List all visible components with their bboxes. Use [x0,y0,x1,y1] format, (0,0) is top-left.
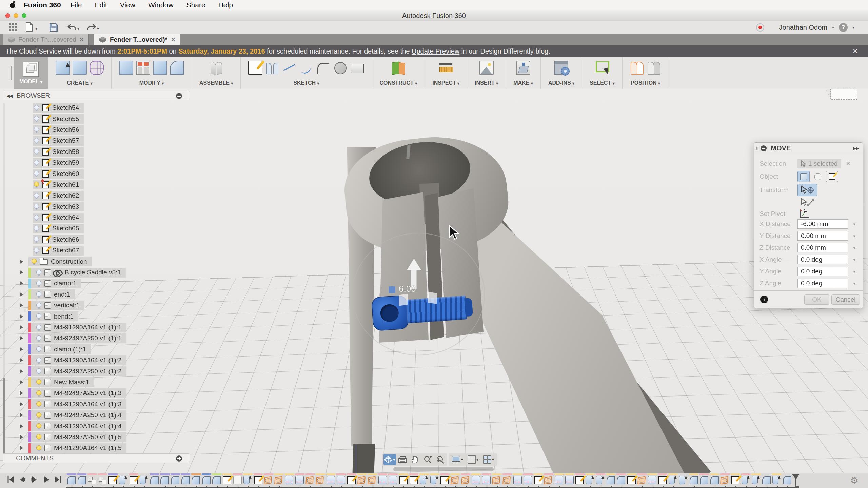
timeline-feature-icon[interactable] [752,476,758,484]
app-grid-icon[interactable] [9,23,18,32]
timeline-feature[interactable] [637,473,648,488]
visibility-bulb-icon[interactable] [36,412,41,418]
ribbon-section-label[interactable]: INSERT ▾ [475,80,498,86]
timeline-feature-icon[interactable] [596,476,602,484]
visibility-bulb-icon[interactable] [34,182,39,187]
timeline-feature-icon[interactable] [78,476,86,484]
browser-item[interactable]: end:1 [3,289,190,300]
tab-document-2[interactable]: Fender T...overed)* × [94,34,180,45]
toolbar-grip[interactable] [9,66,12,80]
expand-arrow-icon[interactable] [20,391,23,395]
browser-item[interactable]: Sketch55 [3,113,190,124]
visibility-bulb-icon[interactable] [36,336,41,341]
visibility-bulb-icon[interactable] [34,160,39,165]
browser-item-label[interactable]: Sketch55 [52,115,79,123]
timeline-feature[interactable] [762,473,772,488]
browser-item[interactable]: Sketch65 [3,223,190,234]
plane-icon[interactable] [391,61,406,75]
timeline-feature[interactable] [616,473,627,488]
display-caret-icon[interactable]: ▾ [461,457,463,462]
timeline-feature[interactable] [201,473,212,488]
browser-item[interactable]: Sketch63 [3,201,190,212]
timeline-feature-icon[interactable] [731,476,739,484]
timeline-feature[interactable] [699,473,710,488]
expand-arrow-icon[interactable] [20,424,23,429]
browser-item-label[interactable]: M4-92497A250 v1 (1):3 [54,389,122,397]
browser-item-label[interactable]: M4-91290A164 v1 (1):1 [54,324,122,331]
browser-item[interactable]: M4-92497A250 v1 (1):2 [3,366,190,377]
browser-item[interactable]: Sketch56 [3,124,190,135]
timeline-feature[interactable] [212,473,222,488]
timeline-feature[interactable] [772,473,782,488]
timeline-feature[interactable] [357,473,368,488]
apple-menu-icon[interactable] [9,2,16,8]
expand-arrow-icon[interactable] [20,413,23,418]
timeline-feature-icon[interactable] [88,476,96,484]
timeline-feature-icon[interactable] [347,476,356,484]
orbit-button[interactable]: ▾ [383,454,396,465]
timeline-feature-icon[interactable] [524,476,532,484]
visibility-bulb-icon[interactable] [36,358,41,363]
move-manipulator-plane-handle[interactable] [399,294,408,306]
timeline-feature-icon[interactable] [555,476,563,484]
timeline-feature[interactable] [129,473,139,488]
timeline-feature-icon[interactable] [742,476,748,484]
ribbon-section-label[interactable]: CONSTRUCT ▾ [379,80,417,86]
timeline-feature[interactable] [450,473,461,488]
expand-arrow-icon[interactable] [20,314,23,319]
browser-item[interactable]: Sketch58 [3,146,190,157]
timeline-feature-icon[interactable] [150,476,159,484]
timeline-feature-icon[interactable] [482,476,491,484]
browser-item[interactable]: Sketch54 [3,102,190,113]
visibility-bulb-icon[interactable] [36,390,41,395]
timeline-feature-icon[interactable] [544,476,552,485]
timeline-feature-icon[interactable] [171,476,179,484]
browser-item-label[interactable]: Sketch61 [52,181,79,188]
timeline-feature-icon[interactable] [720,476,728,485]
workspace-switcher[interactable]: MODEL ▾ [14,57,48,89]
timeline-feature[interactable] [492,473,502,488]
file-caret-icon[interactable]: ▾ [35,26,37,31]
timeline-feature-icon[interactable] [264,476,272,485]
visibility-bulb-icon[interactable] [34,105,39,110]
transform-point-to-point-button[interactable] [797,196,817,208]
browser-item[interactable]: vertical:1 [3,300,190,311]
visibility-bulb-icon[interactable] [36,346,41,351]
visibility-bulb-icon[interactable] [36,291,41,297]
browser-item-label[interactable]: Sketch63 [52,203,79,210]
timeline-feature-icon[interactable] [140,476,146,484]
browser-item[interactable]: M4-91290A164 v1 (1):2 [3,355,190,366]
display-settings-button[interactable]: ▾ [450,454,465,465]
timeline-feature[interactable] [398,473,409,488]
visibility-bulb-icon[interactable] [34,248,39,253]
timeline-feature[interactable] [222,473,233,488]
object-type-sketch-button[interactable] [826,171,838,182]
timeline-feature[interactable] [782,473,793,488]
timeline-feature[interactable] [139,473,150,488]
go-to-start-button[interactable] [6,475,15,484]
spline-icon[interactable] [299,61,313,75]
timeline-feature[interactable] [150,473,160,488]
timeline-feature-icon[interactable] [378,476,387,484]
timeline-feature[interactable] [409,473,419,488]
browser-item[interactable]: Sketch60 [3,168,190,179]
browser-item-label[interactable]: end:1 [54,291,70,298]
timeline-feature-icon[interactable] [295,476,304,484]
timeline-feature[interactable] [430,473,440,488]
arc-icon[interactable] [316,61,330,75]
visibility-bulb-icon[interactable] [34,127,39,132]
timeline-feature-icon[interactable] [658,476,667,484]
browser-item-label[interactable]: M4-92497A250 v1 (1):4 [54,411,122,419]
browser-item[interactable]: New Mass:1 [3,377,190,388]
expand-arrow-icon[interactable] [20,325,23,330]
browser-item[interactable]: Sketch64 [3,212,190,223]
expand-arrow-icon[interactable] [20,281,23,286]
visibility-bulb-icon[interactable] [36,379,41,384]
visibility-bulb-icon[interactable] [36,325,41,330]
timeline-feature-icon[interactable] [181,476,190,484]
menu-view[interactable]: View [120,1,135,9]
redo-icon[interactable] [87,23,96,32]
ribbon-section-label[interactable]: POSITION ▾ [631,80,660,86]
move-manipulator-plane-handle-2[interactable] [428,292,437,304]
timeline-feature[interactable] [243,473,253,488]
